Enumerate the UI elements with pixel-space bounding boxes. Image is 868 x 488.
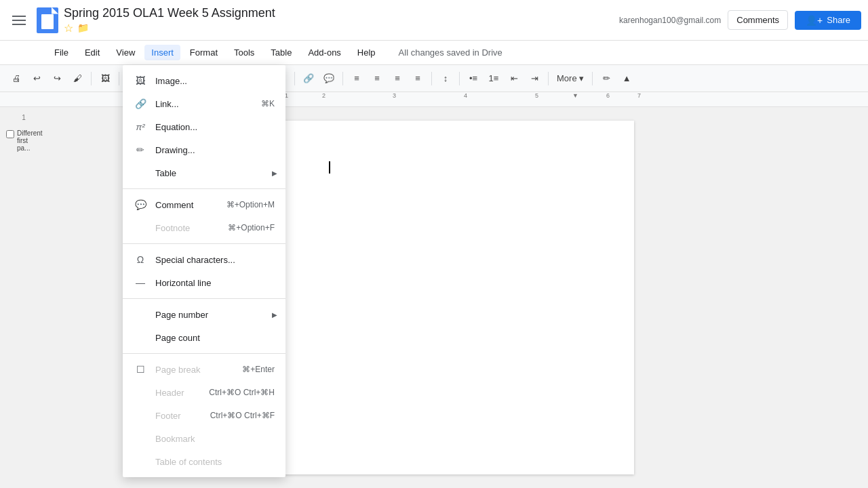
- separator-2: [123, 243, 285, 244]
- numbered-list-button[interactable]: 1≡: [484, 69, 503, 88]
- bookmark-menu-label: Bookmark: [155, 434, 275, 444]
- menu-item-drawing[interactable]: ✏ Drawing...: [123, 138, 285, 161]
- insert-dropdown-menu: 🖼 Image... 🔗 Link... ⌘K π² Equation... ✏…: [123, 65, 285, 477]
- redo-button[interactable]: ↪: [47, 69, 66, 88]
- hamburger-menu[interactable]: [7, 8, 31, 33]
- page-indicator: 1: [3, 114, 44, 121]
- ruler-mark-7: 7: [637, 92, 641, 99]
- edit-mode-button[interactable]: ✏: [597, 69, 616, 88]
- footnote-menu-label: Footnote: [155, 223, 222, 233]
- line-spacing-button[interactable]: ↕: [436, 69, 455, 88]
- toc-menu-icon: [134, 455, 147, 468]
- header-shortcut: Ctrl+⌘O Ctrl+⌘H: [209, 388, 275, 397]
- different-first-page-option[interactable]: Different first pa...: [3, 127, 44, 155]
- menu-item-page-break: ☐ Page break ⌘+Enter: [123, 358, 285, 381]
- page-number-menu-icon: [134, 308, 147, 321]
- share-label: Share: [827, 15, 850, 25]
- ruler-mark-6: 6: [606, 92, 610, 99]
- menu-item-image[interactable]: 🖼 Image...: [123, 69, 285, 92]
- menu-format[interactable]: Format: [183, 45, 224, 60]
- menu-item-equation[interactable]: π² Equation...: [123, 115, 285, 138]
- table-menu-label: Table: [155, 168, 275, 178]
- menu-insert[interactable]: Insert: [144, 45, 180, 60]
- user-email: karenhogan100@gmail.com: [619, 16, 721, 25]
- menu-table[interactable]: Table: [264, 45, 298, 60]
- menu-item-link[interactable]: 🔗 Link... ⌘K: [123, 92, 285, 115]
- toolbar-separator-10: [592, 72, 593, 85]
- special-chars-menu-icon: Ω: [134, 253, 147, 266]
- link-button[interactable]: 🔗: [299, 69, 318, 88]
- menu-item-table[interactable]: Table: [123, 161, 285, 184]
- equation-menu-label: Equation...: [155, 122, 275, 132]
- star-icon[interactable]: ☆: [64, 22, 73, 35]
- share-icon: 👤+: [806, 15, 823, 26]
- share-button[interactable]: 👤+ Share: [795, 11, 861, 30]
- toolbar-separator-7: [431, 72, 432, 85]
- menu-item-comment[interactable]: 💬 Comment ⌘+Option+M: [123, 193, 285, 216]
- doc-page: [281, 121, 634, 474]
- collapse-button[interactable]: ▲: [617, 69, 636, 88]
- separator-3: [123, 298, 285, 299]
- horizontal-line-menu-label: Horizontal line: [155, 278, 275, 288]
- menu-bar: File Edit View Insert Format Tools Table…: [0, 41, 868, 65]
- increase-indent-button[interactable]: ⇥: [525, 69, 544, 88]
- justify-button[interactable]: ≡: [408, 69, 427, 88]
- menu-edit[interactable]: Edit: [78, 45, 106, 60]
- menu-addons[interactable]: Add-ons: [301, 45, 347, 60]
- undo-button[interactable]: ↩: [27, 69, 46, 88]
- ruler-mark-triangle: ▼: [572, 92, 578, 99]
- menu-view[interactable]: View: [109, 45, 142, 60]
- menu-item-header: Header Ctrl+⌘O Ctrl+⌘H: [123, 381, 285, 404]
- page-break-menu-icon: ☐: [134, 363, 147, 376]
- toolbar-separator-2: [119, 72, 119, 85]
- bullet-list-button[interactable]: •≡: [464, 69, 483, 88]
- image-menu-icon: 🖼: [134, 74, 147, 87]
- toolbar-separator-9: [548, 72, 549, 85]
- align-right-button[interactable]: ≡: [388, 69, 407, 88]
- header-menu-icon: [134, 386, 147, 399]
- toolbar-separator-8: [459, 72, 460, 85]
- menu-item-page-count[interactable]: Page count: [123, 326, 285, 349]
- page-count-menu-label: Page count: [155, 333, 275, 343]
- ruler-mark-4: 4: [464, 92, 467, 99]
- saved-status: All changes saved in Drive: [399, 47, 502, 58]
- toolbar-separator-6: [342, 72, 343, 85]
- page-number-menu-label: Page number: [155, 310, 275, 320]
- align-center-button[interactable]: ≡: [368, 69, 387, 88]
- separator-4: [123, 353, 285, 354]
- doc-icon: [37, 7, 58, 33]
- decrease-indent-button[interactable]: ⇤: [505, 69, 524, 88]
- title-icons: ☆ 📁: [64, 22, 619, 35]
- link-menu-label: Link...: [155, 99, 256, 109]
- left-sidebar: 1 Different first pa...: [0, 107, 47, 488]
- doc-title[interactable]: Spring 2015 OLA1 Week 5 Assignment: [64, 6, 619, 20]
- drawing-menu-icon: ✏: [134, 143, 147, 157]
- comment-shortcut: ⌘+Option+M: [226, 200, 275, 209]
- footer-menu-label: Footer: [155, 411, 205, 421]
- comments-button[interactable]: Comments: [728, 10, 788, 30]
- print-button[interactable]: 🖨: [7, 69, 26, 88]
- menu-tools[interactable]: Tools: [227, 45, 261, 60]
- menu-item-footer: Footer Ctrl+⌘O Ctrl+⌘F: [123, 404, 285, 427]
- top-bar: Spring 2015 OLA1 Week 5 Assignment ☆ 📁 k…: [0, 0, 868, 41]
- horizontal-line-menu-icon: —: [134, 276, 147, 289]
- paint-format-button[interactable]: 🖌: [68, 69, 87, 88]
- footer-shortcut: Ctrl+⌘O Ctrl+⌘F: [210, 411, 275, 420]
- menu-item-page-number[interactable]: Page number: [123, 303, 285, 326]
- align-left-button[interactable]: ≡: [347, 69, 366, 88]
- folder-icon[interactable]: 📁: [77, 22, 89, 33]
- menu-item-footnote: Footnote ⌘+Option+F: [123, 216, 285, 239]
- menu-item-special-chars[interactable]: Ω Special characters...: [123, 248, 285, 271]
- footnote-shortcut: ⌘+Option+F: [228, 223, 275, 232]
- menu-file[interactable]: File: [47, 45, 75, 60]
- page-break-shortcut: ⌘+Enter: [242, 365, 275, 374]
- comment-menu-label: Comment: [155, 200, 221, 210]
- image-menu-label: Image...: [155, 76, 275, 86]
- menu-item-horizontal-line[interactable]: — Horizontal line: [123, 271, 285, 294]
- different-first-page-checkbox[interactable]: [6, 130, 14, 138]
- more-button[interactable]: More ▾: [553, 69, 588, 88]
- menu-help[interactable]: Help: [351, 45, 382, 60]
- bookmark-menu-icon: [134, 432, 147, 445]
- comment-button[interactable]: 💬: [319, 69, 338, 88]
- image-button[interactable]: 🖼: [96, 69, 115, 88]
